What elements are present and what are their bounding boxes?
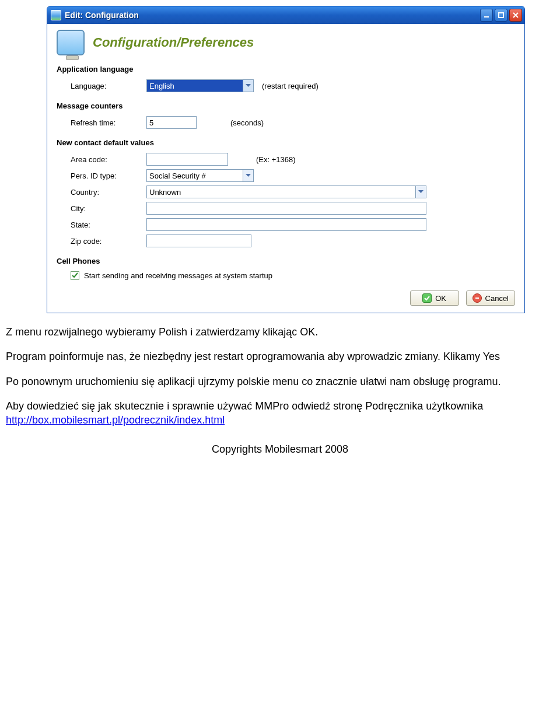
cancel-button[interactable]: Cancel — [466, 290, 515, 306]
country-value: Unknown — [149, 188, 181, 197]
ok-button[interactable]: OK — [410, 290, 459, 306]
section-app-language: Application language — [57, 65, 515, 74]
manual-link[interactable]: http://box.mobilesmart.pl/podrecznik/ind… — [6, 414, 225, 426]
window-title: Edit: Configuration — [65, 10, 139, 20]
copyright: Copyrights Mobilesmart 2008 — [0, 443, 560, 456]
paragraph-4: Aby dowiedzieć się jak skutecznie i spra… — [6, 399, 554, 428]
startup-checkbox-label: Start sending and receiving messages at … — [84, 271, 272, 280]
check-icon — [422, 293, 432, 303]
cancel-icon — [473, 293, 482, 303]
config-window: Edit: Configuration Configuration/Prefer… — [47, 6, 525, 313]
language-label: Language: — [71, 82, 146, 90]
ok-label: OK — [435, 294, 446, 303]
section-cell-phones: Cell Phones — [57, 257, 515, 265]
pers-id-label: Pers. ID type: — [71, 172, 146, 180]
state-label: State: — [71, 220, 146, 229]
language-value: English — [149, 82, 174, 90]
svg-rect-1 — [499, 13, 503, 18]
app-icon — [51, 10, 61, 20]
refresh-hint: (seconds) — [230, 118, 264, 127]
minimize-button[interactable] — [480, 9, 493, 22]
paragraph-1: Z menu rozwijalnego wybieramy Polish i z… — [6, 325, 554, 339]
page-title: Configuration/Preferences — [93, 35, 254, 50]
chevron-down-icon — [243, 80, 253, 92]
country-select[interactable]: Unknown — [146, 186, 426, 198]
titlebar[interactable]: Edit: Configuration — [47, 6, 524, 24]
startup-checkbox[interactable] — [71, 271, 79, 280]
city-input[interactable] — [146, 202, 426, 215]
refresh-input[interactable] — [146, 116, 197, 129]
section-message-counters: Message counters — [57, 102, 515, 110]
close-button[interactable] — [509, 9, 522, 22]
language-select[interactable]: English — [146, 79, 254, 92]
zip-input[interactable] — [146, 235, 251, 247]
chevron-down-icon — [415, 186, 426, 198]
svg-rect-2 — [475, 298, 479, 299]
chevron-down-icon — [243, 170, 253, 181]
language-hint: (restart required) — [262, 82, 318, 90]
paragraph-2: Program poinformuje nas, że niezbędny je… — [6, 349, 554, 363]
area-code-hint: (Ex: +1368) — [256, 155, 296, 164]
section-contact-defaults: New contact default values — [57, 138, 515, 147]
zip-label: Zip code: — [71, 237, 146, 246]
area-code-input[interactable] — [146, 153, 228, 166]
pers-id-value: Social Security # — [149, 172, 206, 180]
refresh-label: Refresh time: — [71, 118, 146, 127]
window-content: Configuration/Preferences Application la… — [47, 24, 524, 313]
country-label: Country: — [71, 188, 146, 197]
paragraph-3: Po ponownym uruchomieniu się aplikacji u… — [6, 374, 554, 388]
pers-id-select[interactable]: Social Security # — [146, 169, 254, 182]
area-code-label: Area code: — [71, 155, 146, 164]
monitor-icon — [57, 30, 85, 55]
city-label: City: — [71, 204, 146, 213]
svg-rect-0 — [484, 16, 489, 18]
instruction-text: Z menu rozwijalnego wybieramy Polish i z… — [6, 325, 554, 427]
cancel-label: Cancel — [485, 294, 509, 303]
state-input[interactable] — [146, 218, 426, 231]
maximize-button[interactable] — [495, 9, 508, 22]
